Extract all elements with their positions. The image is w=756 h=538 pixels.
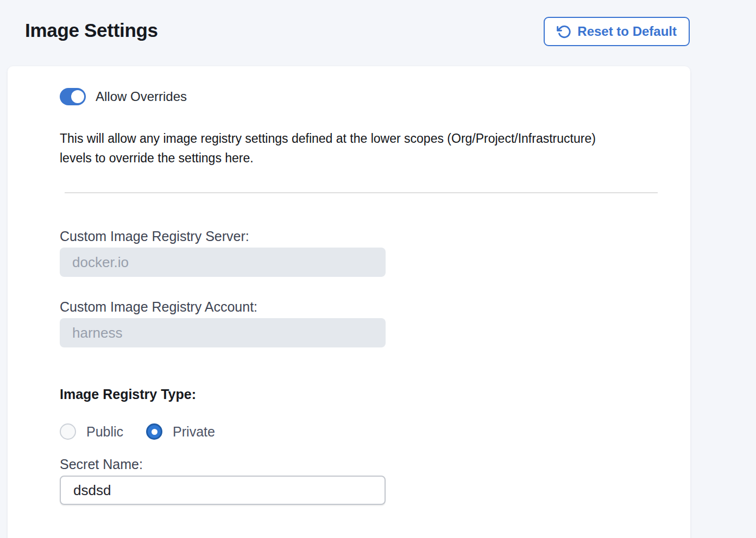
registry-account-label: Custom Image Registry Account: — [60, 299, 669, 315]
registry-account-input — [60, 318, 386, 347]
secret-name-label: Secret Name: — [60, 456, 669, 472]
allow-overrides-toggle[interactable] — [60, 88, 86, 105]
page-title: Image Settings — [25, 20, 158, 41]
radio-private[interactable]: Private — [146, 423, 215, 440]
registry-server-input — [60, 248, 386, 277]
reset-button-label: Reset to Default — [577, 24, 677, 39]
radio-public-label: Public — [86, 424, 123, 440]
overrides-description: This will allow any image registry setti… — [60, 129, 669, 168]
radio-private-label: Private — [173, 424, 215, 440]
allow-overrides-row: Allow Overrides — [60, 88, 669, 105]
reset-to-default-button[interactable]: Reset to Default — [544, 17, 690, 46]
secret-name-input[interactable] — [60, 476, 386, 505]
reset-ccw-icon — [557, 24, 571, 39]
radio-public[interactable]: Public — [60, 423, 123, 440]
registry-type-label: Image Registry Type: — [60, 385, 669, 403]
toggle-knob — [71, 90, 84, 103]
radio-public-circle — [60, 423, 76, 440]
radio-private-circle — [146, 423, 162, 440]
registry-type-radio-row: Public Private — [60, 423, 669, 440]
settings-card: Allow Overrides This will allow any imag… — [8, 66, 690, 538]
allow-overrides-label: Allow Overrides — [96, 89, 187, 104]
registry-server-label: Custom Image Registry Server: — [60, 228, 669, 244]
radio-dot — [152, 429, 158, 435]
image-settings-page: Image Settings Reset to Default Allow Ov… — [0, 0, 756, 538]
section-divider — [65, 192, 658, 193]
